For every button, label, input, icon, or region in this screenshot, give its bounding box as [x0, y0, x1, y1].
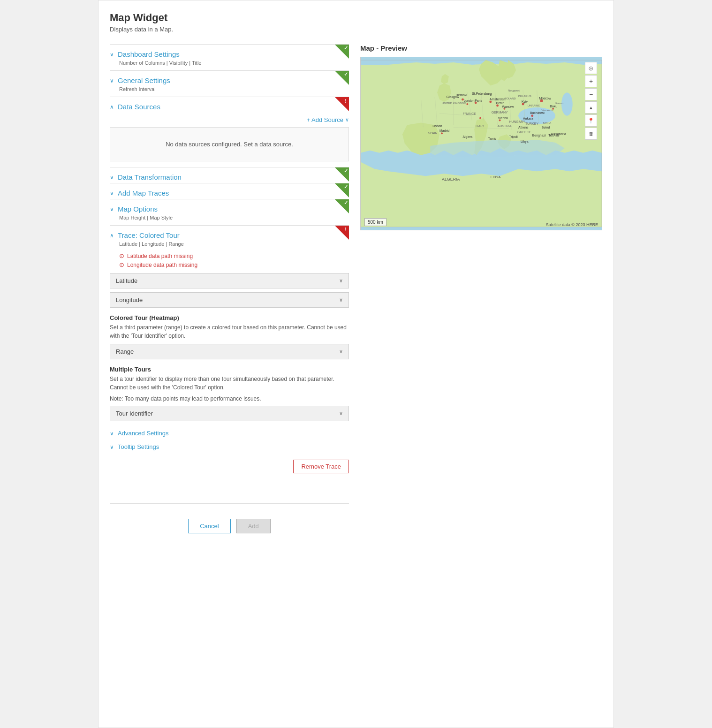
section-data-transformation: ∨ Data Transformation [110, 167, 349, 183]
svg-text:FRANCE: FRANCE [462, 112, 476, 115]
chevron-traces: ∨ [110, 190, 114, 197]
remove-trace-button[interactable]: Remove Trace [293, 460, 349, 473]
svg-text:AUSTRIA: AUSTRIA [498, 124, 512, 128]
map-zoom-out-btn[interactable]: − [585, 88, 597, 100]
tooltip-settings-header[interactable]: ∨ Tooltip Settings [110, 439, 349, 452]
error-latitude: ⊙ Latitude data path missing [110, 251, 349, 260]
svg-text:Helsinki: Helsinki [456, 93, 468, 97]
map-zoom-in-btn[interactable]: + [585, 75, 597, 87]
svg-text:TURKEY: TURKEY [525, 122, 538, 125]
svg-text:Libya: Libya [521, 140, 529, 144]
map-north-btn[interactable]: ▲ [585, 101, 597, 114]
svg-point-20 [522, 103, 524, 106]
colored-tour-title: Colored Tour (Heatmap) [110, 314, 349, 321]
map-options-subtitle: Map Height | Map Style [110, 215, 349, 225]
badge-general [335, 71, 349, 85]
svg-text:GREECE: GREECE [517, 130, 531, 134]
data-sources-title: Data Sources [118, 103, 160, 111]
chevron-tooltip: ∨ [110, 444, 114, 450]
badge-transformation [335, 167, 349, 182]
svg-text:Novgorod: Novgorod [508, 89, 520, 92]
section-trace-colored-tour: ∧ Trace: Colored Tour Latitude | Longitu… [110, 225, 349, 485]
multiple-tours-note: Note: Too many data points may lead to p… [110, 395, 349, 402]
map-location-btn[interactable]: ◎ [585, 62, 597, 74]
chevron-transformation: ∨ [110, 174, 114, 181]
latitude-dropdown[interactable]: Latitude ∨ [110, 273, 349, 288]
svg-point-17 [489, 101, 492, 103]
add-button[interactable]: Add [236, 519, 271, 533]
error-longitude: ⊙ Longitude data path missing [110, 260, 349, 269]
badge-dashboard [335, 45, 349, 59]
trace-title: Trace: Colored Tour [118, 231, 180, 239]
svg-text:Berlin: Berlin [496, 101, 505, 105]
svg-text:Moscow: Moscow [539, 97, 551, 100]
map-preview-title: Map - Preview [360, 44, 602, 52]
tooltip-settings-label: Tooltip Settings [118, 443, 159, 450]
longitude-dropdown-label: Longitude [116, 296, 143, 303]
svg-text:Madrid: Madrid [439, 129, 449, 132]
chevron-map-options: ∨ [110, 206, 114, 212]
svg-text:Voronezh: Voronezh [542, 109, 553, 112]
map-options-header[interactable]: ∨ Map Options [110, 199, 349, 215]
data-transformation-header[interactable]: ∨ Data Transformation [110, 167, 349, 183]
map-scale-label: 500 km [368, 220, 383, 225]
green-badge-transformation [335, 167, 349, 182]
trace-header[interactable]: ∧ Trace: Colored Tour [110, 226, 349, 241]
section-general-settings: ∨ General Settings Refresh Interval [110, 70, 349, 97]
longitude-dropdown[interactable]: Longitude ∨ [110, 292, 349, 308]
svg-text:GERMANY: GERMANY [492, 111, 508, 114]
chevron-trace: ∧ [110, 232, 114, 239]
green-badge-traces [335, 183, 349, 197]
range-dropdown[interactable]: Range ∨ [110, 344, 349, 359]
svg-text:UKRAINE: UKRAINE [528, 104, 540, 107]
data-sources-header[interactable]: ∧ Data Sources [110, 97, 349, 113]
general-settings-header[interactable]: ∨ General Settings [110, 71, 349, 86]
dashboard-settings-subtitle: Number of Columns | Visibility | Title [110, 60, 349, 70]
error-icon-lat: ⊙ [119, 252, 124, 259]
svg-text:Benghazi: Benghazi [532, 134, 546, 137]
left-panel: ∨ Dashboard Settings Number of Columns |… [110, 44, 349, 541]
latitude-arrow-icon: ∨ [339, 278, 343, 284]
svg-text:Kyiv: Kyiv [522, 100, 528, 104]
svg-text:SYRIA: SYRIA [543, 121, 551, 124]
section-data-sources: ∧ Data Sources + Add Source ∨ No data so… [110, 97, 349, 161]
add-source-row[interactable]: + Add Source ∨ [110, 113, 349, 127]
map-container: Glasgow Helsinki St.Petersburg London Pa… [360, 57, 602, 230]
add-source-label[interactable]: + Add Source [307, 116, 343, 123]
svg-text:Vienna: Vienna [498, 116, 508, 120]
red-badge-sources [335, 97, 349, 111]
latitude-dropdown-label: Latitude [116, 277, 137, 284]
map-svg: Glasgow Helsinki St.Petersburg London Pa… [361, 57, 602, 230]
advanced-settings-header[interactable]: ∨ Advanced Settings [110, 425, 349, 439]
colored-tour-desc: Set a third parameter (range) to create … [110, 323, 349, 340]
svg-text:Amsterdam: Amsterdam [490, 98, 507, 101]
svg-text:Beirut: Beirut [542, 126, 550, 129]
cancel-button[interactable]: Cancel [188, 519, 230, 533]
svg-text:Tripoli: Tripoli [509, 135, 518, 139]
map-delete-btn[interactable]: 🗑 [585, 128, 597, 140]
add-map-traces-title: Add Map Traces [118, 189, 169, 197]
svg-text:POLAND: POLAND [504, 97, 515, 100]
chevron-advanced: ∨ [110, 430, 114, 437]
svg-text:BELARUS: BELARUS [518, 95, 531, 98]
svg-point-25 [441, 132, 443, 134]
svg-text:Paris: Paris [475, 99, 482, 102]
general-settings-subtitle: Refresh Interval [110, 86, 349, 97]
section-dashboard-settings: ∨ Dashboard Settings Number of Columns |… [110, 44, 349, 70]
svg-point-15 [466, 103, 468, 105]
page-title: Map Widget [110, 12, 602, 24]
add-map-traces-header[interactable]: ∨ Add Map Traces [110, 183, 349, 199]
dashboard-settings-header[interactable]: ∨ Dashboard Settings [110, 45, 349, 60]
no-sources-msg: No data sources configured. Set a data s… [166, 141, 293, 148]
svg-point-24 [479, 117, 481, 119]
chevron-dashboard: ∨ [110, 51, 114, 58]
data-sources-content: + Add Source ∨ No data sources configure… [110, 113, 349, 161]
map-pin-btn[interactable]: 📍 [585, 114, 597, 127]
svg-text:HUNGARY: HUNGARY [509, 120, 525, 123]
tour-identifier-dropdown[interactable]: Tour Identifier ∨ [110, 406, 349, 421]
page-wrapper: Map Widget Displays data in a Map. ∨ Das… [98, 0, 614, 728]
svg-text:St.Petersburg: St.Petersburg [472, 92, 492, 96]
map-controls: ◎ + − ▲ 📍 🗑 [585, 62, 597, 140]
svg-text:ALGERIA: ALGERIA [442, 177, 460, 182]
chevron-general: ∨ [110, 77, 114, 84]
